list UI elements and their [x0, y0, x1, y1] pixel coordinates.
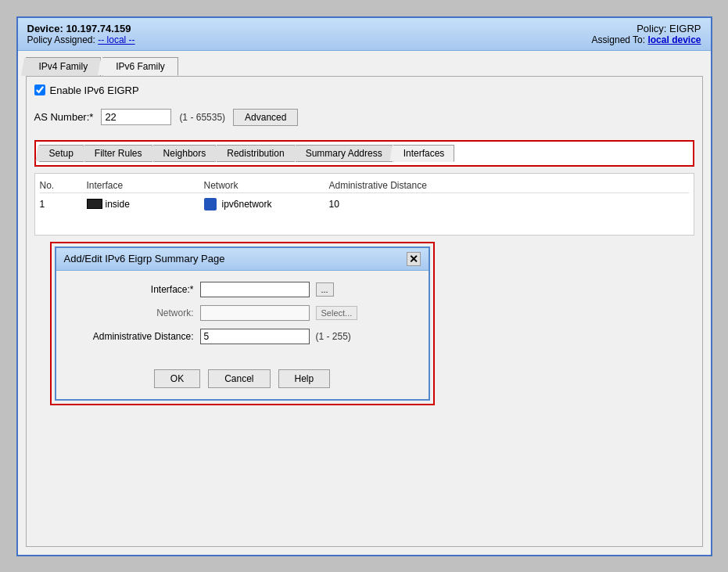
- device-info: Device: 10.197.74.159: [27, 23, 135, 34]
- assigned-to-link[interactable]: local device: [647, 34, 701, 45]
- assigned-to: Assigned To: local device: [592, 34, 701, 45]
- tab-interfaces-label: Interfaces: [403, 148, 445, 159]
- cancel-button[interactable]: Cancel: [208, 369, 270, 388]
- header-right: Policy: EIGRP Assigned To: local device: [592, 23, 701, 45]
- interfaces-table: No. Interface Network Administrative Dis…: [34, 173, 694, 236]
- enable-ipv6-eigrp-label: Enable IPv6 EIGRP: [50, 85, 139, 96]
- interface-browse-button[interactable]: ...: [316, 282, 334, 297]
- dialog-red-border: Add/Edit IPv6 Eigrp Summary Page ✕ Inter…: [50, 242, 435, 405]
- tab-summary-address-label: Summary Address: [306, 148, 382, 159]
- content-area: IPv4 Family IPv6 Family Enable IPv6 EIGR…: [18, 51, 711, 555]
- device-ip: 10.197.74.159: [66, 23, 131, 34]
- tab-filter-rules-label: Filter Rules: [95, 148, 142, 159]
- tab-filter-rules[interactable]: Filter Rules: [84, 145, 152, 162]
- dialog-area: Add/Edit IPv6 Eigrp Summary Page ✕ Inter…: [34, 242, 694, 405]
- interface-icon: [87, 199, 102, 209]
- row-admin-distance: 10: [329, 199, 486, 210]
- admin-distance-form-row: Administrative Distance: (1 - 255): [69, 329, 416, 344]
- tab-ipv4[interactable]: IPv4 Family: [26, 57, 102, 76]
- col-no: No.: [40, 180, 87, 191]
- row-interface-cell: inside: [87, 199, 204, 210]
- network-select-button[interactable]: Select...: [316, 306, 358, 320]
- dialog-title: Add/Edit IPv6 Eigrp Summary Page: [64, 253, 225, 264]
- tab-ipv6-label: IPv6 Family: [116, 61, 165, 72]
- tab-redistribution[interactable]: Redistribution: [217, 145, 294, 162]
- dialog-footer: OK Cancel Help: [56, 363, 429, 399]
- tab-ipv4-label: IPv4 Family: [39, 61, 88, 72]
- row-network: ipv6network: [222, 199, 272, 210]
- enable-row: Enable IPv6 EIGRP: [34, 85, 694, 96]
- enable-ipv6-eigrp-checkbox[interactable]: [34, 85, 45, 95]
- interface-input[interactable]: [200, 282, 310, 297]
- main-panel: Enable IPv6 EIGRP AS Number:* (1 - 65535…: [26, 76, 703, 547]
- main-window: Device: 10.197.74.159 Policy Assigned: -…: [16, 16, 712, 556]
- help-button[interactable]: Help: [278, 369, 331, 388]
- ok-button[interactable]: OK: [154, 369, 200, 388]
- sub-tabs-container: Setup Filter Rules Neighbors Redistribut…: [34, 140, 694, 167]
- tab-setup[interactable]: Setup: [39, 145, 84, 162]
- network-icon: [204, 198, 217, 210]
- dialog-close-button[interactable]: ✕: [407, 252, 421, 266]
- sub-tabs: Setup Filter Rules Neighbors Redistribut…: [39, 145, 690, 162]
- policy-assigned-label: Policy Assigned:: [27, 34, 95, 45]
- row-interface: inside: [106, 199, 130, 210]
- table-row: 1 inside ipv6network 10: [40, 196, 689, 212]
- tab-summary-address[interactable]: Summary Address: [296, 145, 393, 162]
- dialog-body: Interface:* ... Network: Select...: [56, 271, 429, 363]
- network-form-label: Network:: [69, 308, 194, 318]
- advanced-button[interactable]: Advanced: [233, 109, 298, 126]
- admin-distance-range: (1 - 255): [316, 331, 351, 342]
- row-network-cell: ipv6network: [204, 198, 329, 210]
- network-input[interactable]: [200, 305, 310, 321]
- tab-ipv6[interactable]: IPv6 Family: [102, 57, 178, 76]
- tab-setup-label: Setup: [49, 148, 74, 159]
- as-number-range: (1 - 65535): [179, 112, 225, 123]
- tab-interfaces[interactable]: Interfaces: [393, 145, 455, 162]
- col-interface: Interface: [87, 180, 204, 191]
- as-number-row: AS Number:* (1 - 65535) Advanced: [34, 109, 694, 126]
- as-number-input[interactable]: [101, 109, 171, 125]
- dialog-titlebar: Add/Edit IPv6 Eigrp Summary Page ✕: [56, 248, 429, 271]
- network-form-row: Network: Select...: [69, 305, 416, 321]
- tab-neighbors[interactable]: Neighbors: [153, 145, 217, 162]
- assigned-to-label: Assigned To:: [592, 34, 646, 45]
- interface-form-label: Interface:*: [69, 284, 194, 295]
- tab-redistribution-label: Redistribution: [227, 148, 284, 159]
- tab-neighbors-label: Neighbors: [163, 148, 206, 159]
- family-tabs: IPv4 Family IPv6 Family: [26, 57, 711, 76]
- col-admin-distance: Administrative Distance: [329, 180, 486, 191]
- col-network: Network: [204, 180, 329, 191]
- as-number-label: AS Number:*: [34, 111, 94, 123]
- row-no: 1: [40, 199, 87, 210]
- interface-form-row: Interface:* ...: [69, 282, 416, 297]
- policy-name: Policy: EIGRP: [592, 23, 701, 34]
- device-label-text: Device:: [27, 23, 63, 34]
- add-edit-dialog: Add/Edit IPv6 Eigrp Summary Page ✕ Inter…: [55, 246, 430, 401]
- admin-distance-input[interactable]: [200, 329, 310, 344]
- policy-assigned: Policy Assigned: -- local --: [27, 34, 135, 45]
- admin-distance-label: Administrative Distance:: [69, 331, 194, 342]
- header-left: Device: 10.197.74.159 Policy Assigned: -…: [27, 23, 135, 45]
- table-header: No. Interface Network Administrative Dis…: [40, 178, 689, 193]
- header-bar: Device: 10.197.74.159 Policy Assigned: -…: [18, 18, 711, 51]
- policy-assigned-link[interactable]: -- local --: [98, 34, 134, 45]
